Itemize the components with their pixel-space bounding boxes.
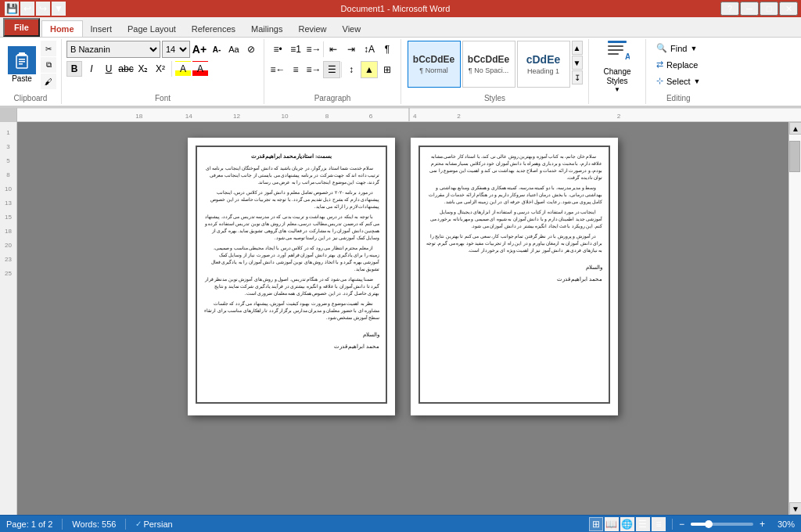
save-button[interactable]: 💾 xyxy=(5,2,19,16)
full-reading-button[interactable]: 📖 xyxy=(605,517,619,531)
page-2-border: سلام خان جانم، به کتاب آموزه وبهترین روش… xyxy=(418,146,610,404)
clipboard-label: Clipboard xyxy=(0,94,61,102)
font-name-select[interactable]: B Nazanin xyxy=(66,41,160,58)
customize-qa-button[interactable]: ▼ xyxy=(52,2,66,16)
close-button[interactable]: ✕ xyxy=(779,2,798,16)
h-ruler: 18 14 12 10 8 6 4 2 2 xyxy=(17,108,801,122)
page-1-content[interactable]: بسمت: استادیارمحمد ابراهیم قدرت سلام خدم… xyxy=(203,153,379,350)
numbering-button[interactable]: ≡1 xyxy=(287,41,304,58)
scroll-thumb[interactable] xyxy=(789,141,800,172)
paste-button[interactable]: Paste xyxy=(5,41,39,88)
find-label: Find xyxy=(670,44,687,53)
redo-button[interactable]: ↪ xyxy=(36,2,50,16)
language-status[interactable]: ✓ Persian xyxy=(135,519,172,529)
style-normal[interactable]: bCcDdEe ¶ Normal xyxy=(408,41,461,88)
page-2-content[interactable]: سلام خان جانم، به کتاب آموزه وبهترین روش… xyxy=(426,153,602,282)
tab-references[interactable]: References xyxy=(184,21,243,37)
center-button[interactable]: ≡ xyxy=(287,61,304,78)
style-no-spacing[interactable]: bCcDdEe ¶ No Spaci... xyxy=(462,41,515,88)
restore-button[interactable]: □ xyxy=(760,2,778,16)
bullets-button[interactable]: ≡• xyxy=(269,41,286,58)
zoom-out-button[interactable]: − xyxy=(679,519,684,530)
help-button[interactable]: ? xyxy=(720,2,739,16)
page-1-para2: در مورد برنامه ۲۰۲۰ درخصوص تعامل معلم و … xyxy=(203,189,379,210)
page-1-para5: ضمنا پیشنهاد می شود که در هنگام تدریس، ا… xyxy=(203,276,379,297)
sort-button[interactable]: ↕A xyxy=(361,41,378,58)
align-left-button[interactable]: ≡← xyxy=(269,61,286,78)
copy-button[interactable]: ⧉ xyxy=(41,57,56,73)
font-format-row: B I U abc X₂ X² A A xyxy=(66,61,259,77)
style-heading1[interactable]: cDdEe Heading 1 xyxy=(517,41,570,88)
styles-scroll-up[interactable]: ▲ xyxy=(572,41,583,55)
tab-insert[interactable]: Insert xyxy=(83,21,120,37)
underline-button[interactable]: U xyxy=(101,61,117,77)
bold-button[interactable]: B xyxy=(66,61,82,77)
sep2 xyxy=(341,62,342,77)
justify-button[interactable]: ☰ xyxy=(323,61,340,78)
align-right-button[interactable]: ≡→ xyxy=(305,61,322,78)
svg-rect-4 xyxy=(19,61,25,63)
subscript-button[interactable]: X₂ xyxy=(135,61,151,77)
shrink-font-button[interactable]: A- xyxy=(209,41,224,57)
tab-file[interactable]: File xyxy=(3,18,40,37)
tab-review[interactable]: Review xyxy=(290,21,334,37)
minimize-button[interactable]: ─ xyxy=(740,2,759,16)
grow-font-button[interactable]: A+ xyxy=(192,41,207,57)
tab-mailings[interactable]: Mailings xyxy=(243,21,290,37)
zoom-slider[interactable] xyxy=(691,523,753,526)
svg-rect-9 xyxy=(608,53,619,55)
borders-button[interactable]: ⊞ xyxy=(379,61,396,78)
para-row2: ≡← ≡ ≡→ ☰ ↕ ▲ ⊞ xyxy=(269,61,396,78)
print-layout-button[interactable]: ⊞ xyxy=(589,517,603,531)
cut-button[interactable]: ✂ xyxy=(41,41,56,56)
styles-scroll-down[interactable]: ▼ xyxy=(572,56,583,70)
svg-rect-7 xyxy=(608,45,623,47)
vertical-scrollbar[interactable]: ▲ ▼ xyxy=(788,122,801,515)
clear-format-button[interactable]: ⊘ xyxy=(243,41,259,57)
select-button[interactable]: ⊹ Select ▼ xyxy=(651,74,706,88)
text-highlight-button[interactable]: A xyxy=(175,61,191,77)
font-color-button[interactable]: A xyxy=(192,61,208,77)
svg-text:10: 10 xyxy=(281,113,289,120)
web-layout-button[interactable]: 🌐 xyxy=(620,517,634,531)
zoom-level[interactable]: 30% xyxy=(771,519,795,529)
italic-button[interactable]: I xyxy=(84,61,99,77)
select-label: Select xyxy=(666,77,691,86)
shading-button[interactable]: ▲ xyxy=(361,61,378,78)
zoom-in-button[interactable]: + xyxy=(760,519,765,530)
superscript-button[interactable]: X² xyxy=(153,61,168,77)
author-1: محمد ابراهیم قدرت xyxy=(203,343,379,350)
tab-view[interactable]: View xyxy=(335,21,369,37)
ribbon: Paste ✂ ⧉ 🖌 Clipboard B Nazanin 14 xyxy=(0,38,801,108)
font-size-select[interactable]: 14 xyxy=(162,41,190,58)
increase-indent-button[interactable]: ⇥ xyxy=(343,41,360,58)
format-painter-button[interactable]: 🖌 xyxy=(41,74,56,89)
decrease-indent-button[interactable]: ⇤ xyxy=(325,41,342,58)
document-area[interactable]: بسمت: استادیارمحمد ابراهیم قدرت سلام خدم… xyxy=(17,122,788,515)
multilevel-button[interactable]: ≡→ xyxy=(305,41,322,58)
replace-button[interactable]: ⇄ Replace xyxy=(651,57,706,72)
draft-button[interactable]: ≡ xyxy=(652,517,666,531)
change-styles-button[interactable]: A ChangeStyles ▼ xyxy=(594,41,641,88)
find-button[interactable]: 🔍 Find ▼ xyxy=(651,41,706,56)
language-label: Persian xyxy=(143,519,172,529)
line-spacing-button[interactable]: ↕ xyxy=(343,61,360,78)
svg-text:18: 18 xyxy=(135,113,143,120)
v-ruler-marks: 1 3 5 8 10 13 15 18 20 23 25 xyxy=(5,125,12,280)
tab-page-layout[interactable]: Page Layout xyxy=(120,21,184,37)
change-case-button[interactable]: Aa xyxy=(226,41,242,57)
outline-button[interactable]: ☰ xyxy=(636,517,650,531)
status-divider-2 xyxy=(125,519,126,530)
paste-label: Paste xyxy=(12,74,32,83)
zoom-handle[interactable] xyxy=(705,520,713,528)
undo-button[interactable]: ↩ xyxy=(20,2,34,16)
scroll-track xyxy=(789,135,801,502)
tab-home[interactable]: Home xyxy=(41,20,83,37)
scroll-up-button[interactable]: ▲ xyxy=(789,122,801,135)
page-1-para3: با توجه به اینکه در درس بهداشت و تربیت ب… xyxy=(203,214,379,242)
show-para-button[interactable]: ¶ xyxy=(379,41,396,58)
scroll-down-button[interactable]: ▼ xyxy=(789,502,801,515)
styles-scroll-buttons: ▲ ▼ ↧ xyxy=(572,41,583,84)
strikethrough-button[interactable]: abc xyxy=(118,61,134,77)
styles-more[interactable]: ↧ xyxy=(572,70,583,84)
